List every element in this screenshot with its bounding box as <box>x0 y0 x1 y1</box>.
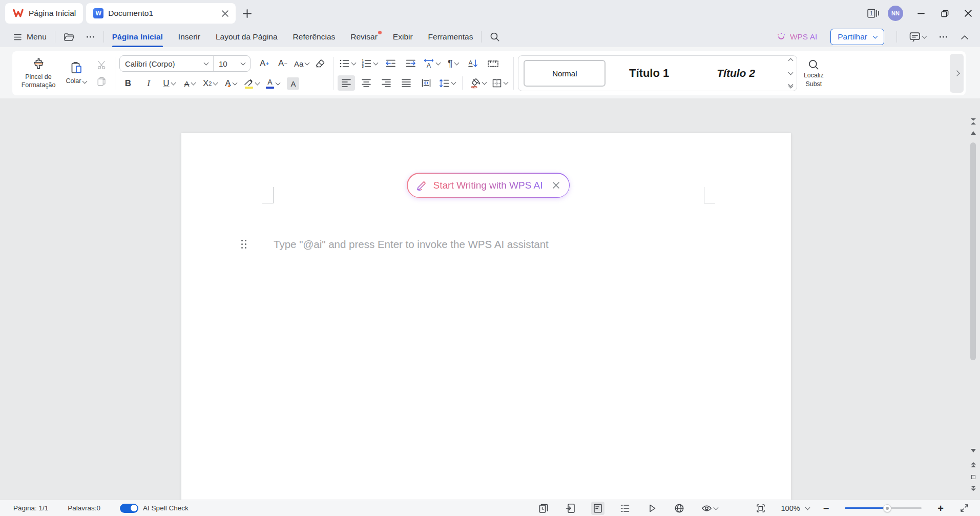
show-marks-button[interactable]: ¶ <box>444 56 462 71</box>
minimize-button[interactable] <box>909 4 933 23</box>
ribbon-scroll-right-button[interactable] <box>950 54 964 93</box>
italic-button[interactable]: I <box>140 76 157 91</box>
select-browse-object-button[interactable] <box>966 475 980 479</box>
styles-expand[interactable] <box>789 82 793 88</box>
zoom-slider[interactable] <box>845 507 922 509</box>
character-shading-button[interactable]: A <box>284 76 302 91</box>
close-tab-icon[interactable] <box>222 10 228 17</box>
bold-button[interactable]: B <box>119 76 137 91</box>
fullscreen-button[interactable] <box>957 502 971 515</box>
tab-exibir[interactable]: Exibir <box>393 27 413 47</box>
read-mode-button[interactable] <box>645 502 659 515</box>
tab-referencias[interactable]: Referências <box>293 27 336 47</box>
justify-button[interactable] <box>398 75 415 91</box>
vertical-scrollbar[interactable] <box>966 98 980 500</box>
font-color-button[interactable]: A <box>264 76 281 91</box>
avatar[interactable]: NN <box>888 6 903 21</box>
scrollbar-thumb[interactable] <box>970 142 976 360</box>
document-tab[interactable]: W Documento1 <box>86 3 236 24</box>
shrink-font-button[interactable]: A− <box>274 56 291 71</box>
bullet-list-button[interactable] <box>338 56 357 71</box>
tab-ferramentas[interactable]: Ferramentas <box>428 27 473 47</box>
strikethrough-button[interactable]: A <box>181 76 198 91</box>
superscript-button[interactable]: X2 <box>201 76 219 91</box>
grow-font-button[interactable]: A+ <box>256 56 273 71</box>
window-count-icon[interactable]: 1 <box>867 8 881 19</box>
home-tab[interactable]: Página Inicial <box>5 3 83 24</box>
text-direction-button[interactable]: A <box>422 56 442 71</box>
font-size-select[interactable]: 10 <box>213 56 250 71</box>
scroll-up-arrow[interactable] <box>966 131 980 135</box>
share-button[interactable]: Partilhar <box>830 29 884 45</box>
styles-scroll-up[interactable] <box>788 58 794 64</box>
close-window-button[interactable] <box>956 4 980 23</box>
new-tab-button[interactable] <box>243 9 252 18</box>
sort-button[interactable]: A <box>464 56 482 71</box>
page-indicator[interactable]: Página: 1/1 <box>13 504 48 512</box>
outline-view-button[interactable] <box>618 502 632 515</box>
zoom-in-button[interactable]: + <box>937 503 944 513</box>
justify-icon <box>401 78 411 88</box>
effects-accent <box>227 85 231 87</box>
wps-ai-button[interactable]: WPS AI <box>776 32 817 42</box>
page-history-button[interactable] <box>537 502 550 515</box>
spell-check-toggle[interactable] <box>120 504 138 513</box>
cut-icon[interactable] <box>96 59 108 71</box>
text-effects-button[interactable]: A <box>222 76 239 91</box>
page-view-button[interactable] <box>591 502 604 515</box>
divider <box>462 76 463 90</box>
decrease-indent-button[interactable] <box>382 56 399 71</box>
zoom-level-control[interactable]: 100% <box>781 504 809 512</box>
restore-button[interactable] <box>933 4 956 23</box>
mobile-view-button[interactable] <box>564 502 577 515</box>
previous-page-button[interactable] <box>966 462 980 468</box>
highlight-color-button[interactable] <box>242 76 261 91</box>
collapse-ribbon-button[interactable] <box>961 34 969 40</box>
zoom-slider-thumb[interactable] <box>883 504 891 512</box>
increase-indent-button[interactable] <box>402 56 419 71</box>
underline-button[interactable]: U <box>160 76 178 91</box>
numbered-list-button[interactable]: 123 <box>360 56 379 71</box>
search-icon[interactable] <box>490 32 500 42</box>
find-replace-button[interactable]: Localiz Subst <box>797 53 830 93</box>
web-layout-button[interactable] <box>673 502 686 515</box>
paste-button[interactable]: Colar <box>59 53 93 93</box>
document-page[interactable]: Start Writing with WPS AI Type "@ai" and… <box>181 133 791 500</box>
style-titulo-1[interactable]: Título 1 <box>606 67 693 80</box>
more-options-button[interactable] <box>939 32 948 42</box>
line-spacing-button[interactable] <box>437 75 457 91</box>
group-divider <box>115 57 115 90</box>
more-files-icon[interactable] <box>86 32 95 42</box>
style-normal[interactable]: Normal <box>524 60 606 87</box>
tab-revisar[interactable]: Revisar <box>350 27 378 47</box>
styles-scroll-down[interactable] <box>788 70 794 75</box>
shading-button[interactable] <box>468 75 488 91</box>
view-options-button[interactable] <box>700 502 719 515</box>
open-file-icon[interactable] <box>64 32 74 42</box>
align-left-button[interactable] <box>338 75 355 91</box>
scroll-down-arrow[interactable] <box>966 449 980 452</box>
change-case-button[interactable]: Aa <box>293 56 310 71</box>
format-painter-button[interactable]: Pincel deFormatação <box>17 53 59 93</box>
word-count[interactable]: Palavras:0 <box>68 504 100 512</box>
tab-inserir[interactable]: Inserir <box>178 27 200 47</box>
menu-button[interactable]: Menu <box>13 32 47 42</box>
borders-button[interactable] <box>490 75 509 91</box>
comments-button[interactable] <box>909 32 926 42</box>
fit-page-button[interactable] <box>754 502 767 515</box>
align-right-button[interactable] <box>378 75 395 91</box>
style-titulo-2[interactable]: Título 2 <box>693 67 780 79</box>
font-name-select[interactable]: Calibri (Corpo) <box>120 56 213 71</box>
hide-whitespace-icon[interactable] <box>966 118 980 125</box>
distribute-button[interactable] <box>418 75 435 91</box>
copy-icon[interactable] <box>96 76 108 87</box>
drag-handle[interactable] <box>241 240 247 249</box>
ai-banner-close-icon[interactable] <box>552 181 560 189</box>
tab-pagina-inicial[interactable]: Página Inicial <box>112 27 163 47</box>
align-center-button[interactable] <box>358 75 375 91</box>
zoom-out-button[interactable]: − <box>823 503 829 513</box>
next-page-button[interactable] <box>966 485 980 491</box>
tab-layout-da-pagina[interactable]: Layout da Página <box>216 27 278 47</box>
clear-formatting-button[interactable] <box>311 56 329 71</box>
character-width-button[interactable] <box>484 56 502 71</box>
